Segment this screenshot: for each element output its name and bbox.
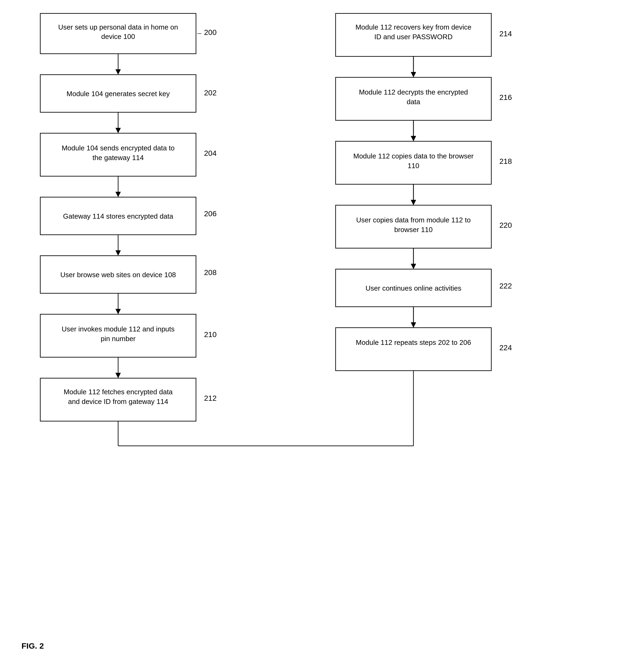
label-206: 206 (204, 210, 217, 218)
label-220: 220 (499, 221, 512, 230)
label-208: 208 (204, 268, 217, 277)
box-208-text: User browse web sites on device 108 (60, 271, 176, 279)
box-216-text-line2: data (407, 98, 420, 106)
box-200-text-line1: User sets up personal data in home on (58, 23, 178, 31)
label-212: 212 (204, 394, 217, 402)
label-204: 204 (204, 149, 217, 158)
arrowhead-208-210 (116, 309, 121, 314)
box-222-text: User continues online activities (366, 284, 461, 292)
arrowhead-204-206 (116, 192, 121, 197)
label-222: 222 (499, 282, 512, 290)
box-214-text-line1: Module 112 recovers key from device (355, 23, 471, 31)
arrowhead-216-218 (411, 136, 416, 141)
label-202: 202 (204, 89, 217, 97)
box-204-text-line1: Module 104 sends encrypted data to (62, 144, 175, 152)
label-200: 200 (204, 28, 217, 37)
label-216: 216 (499, 93, 512, 101)
box-214-text-line2: ID and user PASSWORD (374, 33, 452, 41)
box-210-text-line2: pin number (101, 335, 135, 343)
arrowhead-206-208 (116, 250, 121, 256)
box-212-text-line2: and device ID from gateway 114 (68, 398, 168, 406)
box-220-text-line1: User copies data from module 112 to (356, 216, 471, 224)
label-218: 218 (499, 157, 512, 165)
figure-label: FIG. 2 (22, 641, 44, 650)
box-218-text-line2: 110 (407, 162, 419, 170)
label-224: 224 (499, 343, 512, 352)
arrowhead-222-224 (411, 322, 416, 328)
box-206-text: Gateway 114 stores encrypted data (63, 212, 173, 220)
box-224 (335, 328, 491, 370)
arrowhead-202-204 (116, 128, 121, 133)
box-224-text-line1: Module 112 repeats steps 202 to 206 (356, 338, 471, 346)
box-216-text-line1: Module 112 decrypts the encrypted (359, 88, 468, 96)
arrowhead-220-222 (411, 264, 416, 269)
arrowhead-200-202 (116, 69, 121, 75)
label-210: 210 (204, 330, 217, 339)
box-200-text-line2: device 100 (101, 32, 135, 41)
box-204-text-line2: the gateway 114 (93, 153, 144, 162)
arrowhead-218-220 (411, 200, 416, 205)
label-214: 214 (499, 29, 512, 38)
box-218-text-line1: Module 112 copies data to the browser (353, 152, 474, 160)
box-212-text-line1: Module 112 fetches encrypted data (64, 388, 173, 396)
box-210-text-line1: User invokes module 112 and inputs (62, 325, 175, 333)
box-202-text: Module 104 generates secret key (67, 90, 170, 98)
box-220-text-line2: browser 110 (394, 225, 432, 234)
flowchart-diagram: User sets up personal data in home on de… (14, 8, 609, 519)
arrowhead-214-216 (411, 72, 416, 77)
arrowhead-210-212 (116, 373, 121, 378)
